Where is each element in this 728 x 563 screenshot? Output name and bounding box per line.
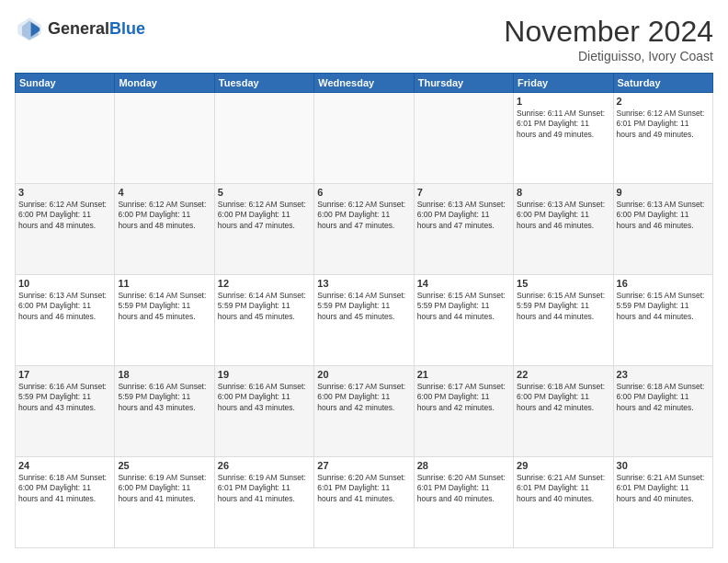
day-info: Sunrise: 6:15 AM Sunset: 5:59 PM Dayligh… xyxy=(517,291,609,322)
day-number: 14 xyxy=(417,278,510,289)
day-info: Sunrise: 6:14 AM Sunset: 5:59 PM Dayligh… xyxy=(218,291,311,322)
day-info: Sunrise: 6:18 AM Sunset: 6:00 PM Dayligh… xyxy=(18,473,111,504)
day-info: Sunrise: 6:15 AM Sunset: 5:59 PM Dayligh… xyxy=(617,291,710,322)
calendar-cell: 27Sunrise: 6:20 AM Sunset: 6:01 PM Dayli… xyxy=(314,457,414,548)
day-number: 15 xyxy=(517,278,609,289)
day-info: Sunrise: 6:16 AM Sunset: 6:00 PM Dayligh… xyxy=(218,382,311,413)
calendar-day-header: Saturday xyxy=(613,74,712,93)
day-info: Sunrise: 6:12 AM Sunset: 6:00 PM Dayligh… xyxy=(218,200,311,231)
day-info: Sunrise: 6:12 AM Sunset: 6:00 PM Dayligh… xyxy=(118,200,210,231)
calendar-cell: 19Sunrise: 6:16 AM Sunset: 6:00 PM Dayli… xyxy=(214,366,313,457)
day-number: 10 xyxy=(18,278,111,289)
day-number: 8 xyxy=(517,187,609,198)
day-info: Sunrise: 6:18 AM Sunset: 6:00 PM Dayligh… xyxy=(517,382,609,413)
day-info: Sunrise: 6:12 AM Sunset: 6:00 PM Dayligh… xyxy=(317,200,410,231)
calendar-cell: 6Sunrise: 6:12 AM Sunset: 6:00 PM Daylig… xyxy=(314,184,414,275)
day-number: 3 xyxy=(18,187,111,198)
logo-text: GeneralBlue xyxy=(48,20,145,39)
calendar-cell: 5Sunrise: 6:12 AM Sunset: 6:00 PM Daylig… xyxy=(214,184,313,275)
calendar-cell xyxy=(314,93,414,184)
calendar-week-row: 17Sunrise: 6:16 AM Sunset: 5:59 PM Dayli… xyxy=(16,366,713,457)
page: GeneralBlue November 2024 Dietiguisso, I… xyxy=(0,0,728,563)
calendar-day-header: Sunday xyxy=(16,74,115,93)
day-number: 25 xyxy=(118,460,210,471)
location: Dietiguisso, Ivory Coast xyxy=(504,49,713,63)
day-number: 21 xyxy=(417,369,510,380)
calendar-day-header: Friday xyxy=(514,74,613,93)
calendar-header-row: SundayMondayTuesdayWednesdayThursdayFrid… xyxy=(16,74,713,93)
calendar-week-row: 3Sunrise: 6:12 AM Sunset: 6:00 PM Daylig… xyxy=(16,184,713,275)
day-info: Sunrise: 6:16 AM Sunset: 5:59 PM Dayligh… xyxy=(18,382,111,413)
day-info: Sunrise: 6:14 AM Sunset: 5:59 PM Dayligh… xyxy=(317,291,410,322)
calendar-cell: 16Sunrise: 6:15 AM Sunset: 5:59 PM Dayli… xyxy=(613,275,712,366)
day-info: Sunrise: 6:11 AM Sunset: 6:01 PM Dayligh… xyxy=(517,109,609,140)
calendar-cell xyxy=(414,93,513,184)
logo: GeneralBlue xyxy=(15,15,145,44)
calendar-cell: 22Sunrise: 6:18 AM Sunset: 6:00 PM Dayli… xyxy=(514,366,613,457)
day-info: Sunrise: 6:13 AM Sunset: 6:00 PM Dayligh… xyxy=(517,200,609,231)
day-info: Sunrise: 6:19 AM Sunset: 6:00 PM Dayligh… xyxy=(118,473,210,504)
calendar-cell: 9Sunrise: 6:13 AM Sunset: 6:00 PM Daylig… xyxy=(613,184,712,275)
day-number: 4 xyxy=(118,187,210,198)
day-number: 6 xyxy=(317,187,410,198)
calendar-cell: 28Sunrise: 6:20 AM Sunset: 6:01 PM Dayli… xyxy=(414,457,513,548)
day-number: 9 xyxy=(617,187,710,198)
day-number: 22 xyxy=(517,369,609,380)
day-info: Sunrise: 6:20 AM Sunset: 6:01 PM Dayligh… xyxy=(317,473,410,504)
day-number: 17 xyxy=(18,369,111,380)
header: GeneralBlue November 2024 Dietiguisso, I… xyxy=(15,15,713,63)
day-number: 19 xyxy=(218,369,311,380)
calendar-cell: 21Sunrise: 6:17 AM Sunset: 6:00 PM Dayli… xyxy=(414,366,513,457)
logo-icon xyxy=(15,15,44,44)
day-info: Sunrise: 6:16 AM Sunset: 5:59 PM Dayligh… xyxy=(118,382,210,413)
day-info: Sunrise: 6:12 AM Sunset: 6:00 PM Dayligh… xyxy=(18,200,111,231)
calendar-cell: 2Sunrise: 6:12 AM Sunset: 6:01 PM Daylig… xyxy=(613,93,712,184)
calendar-cell: 12Sunrise: 6:14 AM Sunset: 5:59 PM Dayli… xyxy=(214,275,313,366)
calendar-cell: 24Sunrise: 6:18 AM Sunset: 6:00 PM Dayli… xyxy=(16,457,115,548)
calendar-cell xyxy=(214,93,313,184)
calendar-cell: 4Sunrise: 6:12 AM Sunset: 6:00 PM Daylig… xyxy=(115,184,214,275)
day-number: 2 xyxy=(617,96,710,107)
day-number: 5 xyxy=(218,187,311,198)
calendar-cell: 29Sunrise: 6:21 AM Sunset: 6:01 PM Dayli… xyxy=(514,457,613,548)
title-block: November 2024 Dietiguisso, Ivory Coast xyxy=(504,15,713,63)
day-info: Sunrise: 6:12 AM Sunset: 6:01 PM Dayligh… xyxy=(617,109,710,140)
day-number: 7 xyxy=(417,187,510,198)
calendar-cell xyxy=(115,93,214,184)
day-number: 11 xyxy=(118,278,210,289)
day-number: 13 xyxy=(317,278,410,289)
day-number: 28 xyxy=(417,460,510,471)
calendar-cell: 13Sunrise: 6:14 AM Sunset: 5:59 PM Dayli… xyxy=(314,275,414,366)
day-number: 12 xyxy=(218,278,311,289)
day-info: Sunrise: 6:15 AM Sunset: 5:59 PM Dayligh… xyxy=(417,291,510,322)
calendar-day-header: Thursday xyxy=(414,74,513,93)
calendar-day-header: Tuesday xyxy=(214,74,313,93)
calendar-cell: 7Sunrise: 6:13 AM Sunset: 6:00 PM Daylig… xyxy=(414,184,513,275)
calendar-week-row: 24Sunrise: 6:18 AM Sunset: 6:00 PM Dayli… xyxy=(16,457,713,548)
calendar-table: SundayMondayTuesdayWednesdayThursdayFrid… xyxy=(15,73,713,548)
day-number: 26 xyxy=(218,460,311,471)
calendar-day-header: Wednesday xyxy=(314,74,414,93)
calendar-cell: 3Sunrise: 6:12 AM Sunset: 6:00 PM Daylig… xyxy=(16,184,115,275)
calendar-cell: 23Sunrise: 6:18 AM Sunset: 6:00 PM Dayli… xyxy=(613,366,712,457)
day-number: 29 xyxy=(517,460,609,471)
day-info: Sunrise: 6:14 AM Sunset: 5:59 PM Dayligh… xyxy=(118,291,210,322)
day-info: Sunrise: 6:13 AM Sunset: 6:00 PM Dayligh… xyxy=(18,291,111,322)
calendar-cell: 17Sunrise: 6:16 AM Sunset: 5:59 PM Dayli… xyxy=(16,366,115,457)
calendar-cell: 10Sunrise: 6:13 AM Sunset: 6:00 PM Dayli… xyxy=(16,275,115,366)
day-info: Sunrise: 6:21 AM Sunset: 6:01 PM Dayligh… xyxy=(517,473,609,504)
day-info: Sunrise: 6:17 AM Sunset: 6:00 PM Dayligh… xyxy=(417,382,510,413)
calendar-week-row: 10Sunrise: 6:13 AM Sunset: 6:00 PM Dayli… xyxy=(16,275,713,366)
day-number: 27 xyxy=(317,460,410,471)
day-info: Sunrise: 6:18 AM Sunset: 6:00 PM Dayligh… xyxy=(617,382,710,413)
calendar-cell: 26Sunrise: 6:19 AM Sunset: 6:01 PM Dayli… xyxy=(214,457,313,548)
calendar-cell: 14Sunrise: 6:15 AM Sunset: 5:59 PM Dayli… xyxy=(414,275,513,366)
day-number: 1 xyxy=(517,96,609,107)
calendar-cell: 1Sunrise: 6:11 AM Sunset: 6:01 PM Daylig… xyxy=(514,93,613,184)
day-info: Sunrise: 6:20 AM Sunset: 6:01 PM Dayligh… xyxy=(417,473,510,504)
calendar-week-row: 1Sunrise: 6:11 AM Sunset: 6:01 PM Daylig… xyxy=(16,93,713,184)
day-info: Sunrise: 6:17 AM Sunset: 6:00 PM Dayligh… xyxy=(317,382,410,413)
day-info: Sunrise: 6:21 AM Sunset: 6:01 PM Dayligh… xyxy=(617,473,710,504)
calendar-cell: 20Sunrise: 6:17 AM Sunset: 6:00 PM Dayli… xyxy=(314,366,414,457)
day-number: 24 xyxy=(18,460,111,471)
